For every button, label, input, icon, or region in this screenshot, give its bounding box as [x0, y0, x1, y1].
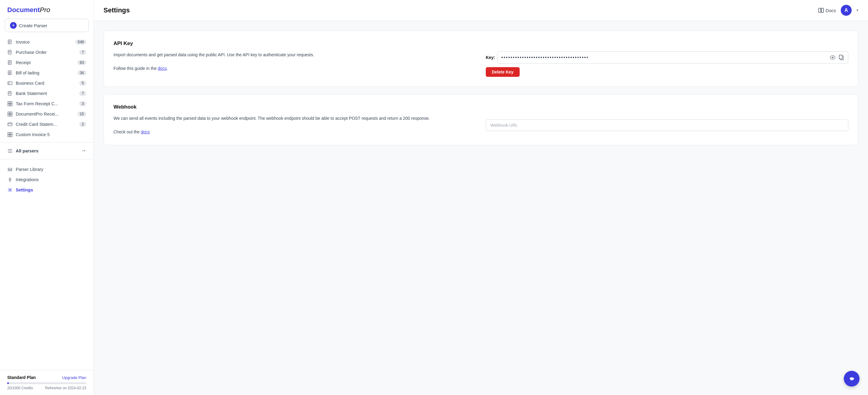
credits-used: 20/1000 Credits	[7, 386, 33, 390]
svg-point-43	[10, 179, 10, 180]
main-content: Settings Docs A ▾ API Key Import documen…	[94, 0, 868, 395]
bottom-nav: Parser Library Integrations Settings	[0, 164, 94, 195]
sidebar-footer: Standard Plan Upgrade Plan 20/1000 Credi…	[0, 370, 94, 395]
tax-form-label: Tax Form Receipt C...	[16, 101, 76, 106]
custom-invoice-label: Custom Invoice 5	[16, 132, 86, 137]
svg-point-44	[9, 189, 11, 191]
svg-rect-22	[10, 102, 12, 103]
document-icon	[7, 60, 13, 65]
sidebar-item-documentpro[interactable]: DocumentPro Recei... 15	[0, 109, 94, 119]
api-key-right: Key: •••••••••••••••••••••••••••••••••••…	[486, 52, 848, 77]
divider	[0, 142, 94, 142]
svg-rect-23	[8, 104, 10, 106]
webhook-desc-text: We can send all events including the par…	[114, 115, 476, 122]
delete-key-button[interactable]: Delete Key	[486, 67, 520, 77]
api-key-docs-link[interactable]: docs	[158, 66, 167, 71]
svg-rect-34	[10, 135, 12, 137]
settings-label: Settings	[16, 188, 86, 192]
card-icon	[7, 122, 13, 127]
credits-bar-fill	[7, 382, 9, 384]
create-parser-button[interactable]: + Create Parser	[5, 19, 89, 32]
api-key-card: API Key Import documents and get parsed …	[103, 31, 858, 87]
invoice-badge: 549	[75, 40, 86, 44]
topbar: Settings Docs A ▾	[94, 0, 868, 21]
topbar-right: Docs A ▾	[818, 5, 858, 16]
svg-rect-25	[8, 112, 10, 114]
docs-button[interactable]: Docs	[818, 8, 836, 13]
svg-rect-15	[8, 82, 12, 85]
webhook-url-input[interactable]	[486, 120, 848, 131]
logo-text-document: Document	[7, 6, 40, 13]
webhook-layout: We can send all events including the par…	[114, 115, 848, 135]
card-icon	[7, 81, 13, 86]
svg-rect-50	[839, 55, 842, 59]
copy-key-button[interactable]	[838, 54, 844, 61]
grid-icon	[7, 132, 13, 137]
upgrade-plan-link[interactable]: Upgrade Plan	[62, 375, 87, 380]
logo-text-pro: Pro	[40, 6, 50, 13]
svg-rect-24	[10, 104, 12, 106]
api-key-guide-text: Follow this guide in the docs.	[114, 65, 476, 72]
eye-icon	[830, 55, 835, 60]
documentpro-badge: 15	[78, 111, 86, 117]
all-parsers-link[interactable]: All parsers →	[0, 145, 94, 157]
sidebar-item-invoice[interactable]: Invoice 549	[0, 37, 94, 47]
sidebar-item-settings[interactable]: Settings	[0, 185, 94, 195]
rocket-icon	[7, 177, 13, 182]
sidebar-item-bill-of-lading[interactable]: Bill of lading 34	[0, 68, 94, 78]
receipt-badge: 63	[78, 60, 86, 65]
key-actions	[829, 54, 844, 61]
svg-rect-28	[10, 114, 12, 116]
webhook-docs-link[interactable]: docs	[141, 129, 150, 134]
user-avatar[interactable]: A	[841, 5, 851, 16]
sidebar-item-receipt[interactable]: Receipt 63	[0, 58, 94, 68]
refresh-text: Refreshes on 2024-02-23	[45, 386, 86, 390]
api-key-layout: Import documents and get parsed data usi…	[114, 52, 848, 77]
key-value-container: ••••••••••••••••••••••••••••••••••••••	[497, 52, 848, 64]
credit-card-badge: 2	[79, 122, 86, 127]
page-title: Settings	[103, 6, 130, 14]
webhook-guide-text: Check out the docs	[114, 129, 476, 135]
grid-icon	[7, 111, 13, 117]
api-key-desc: Import documents and get parsed data usi…	[114, 52, 476, 77]
svg-rect-21	[8, 102, 10, 103]
integrations-label: Integrations	[16, 177, 86, 182]
invoice-label: Invoice	[16, 40, 72, 44]
bank-statement-badge: 7	[79, 91, 86, 96]
arrow-right-icon: →	[81, 147, 86, 154]
dropdown-arrow-icon[interactable]: ▾	[857, 8, 858, 12]
bars-icon	[7, 149, 13, 153]
bank-statement-label: Bank Statement	[16, 91, 76, 96]
purchase-order-badge: 7	[79, 50, 86, 55]
sidebar-item-parser-library[interactable]: Parser Library	[0, 164, 94, 174]
webhook-right	[486, 115, 848, 135]
svg-rect-32	[10, 132, 12, 134]
tax-form-badge: 3	[79, 101, 86, 106]
key-value: ••••••••••••••••••••••••••••••••••••••	[501, 55, 589, 60]
business-card-badge: 5	[79, 81, 86, 86]
sidebar-item-bank-statement[interactable]: Bank Statement 7	[0, 88, 94, 99]
bill-of-lading-label: Bill of lading	[16, 70, 74, 75]
toggle-key-visibility-button[interactable]	[829, 54, 836, 61]
sidebar-item-integrations[interactable]: Integrations	[0, 174, 94, 185]
receipt-label: Receipt	[16, 60, 74, 65]
settings-content: API Key Import documents and get parsed …	[94, 21, 868, 155]
svg-rect-46	[822, 8, 824, 12]
svg-rect-45	[819, 8, 821, 12]
chat-icon	[848, 375, 856, 383]
all-parsers-label: All parsers	[16, 149, 38, 153]
sidebar-item-purchase-order[interactable]: Purchase Order 7	[0, 47, 94, 58]
docs-label: Docs	[826, 8, 836, 13]
chat-bubble-button[interactable]	[844, 371, 860, 387]
business-card-label: Business Card	[16, 81, 76, 86]
credits-meta: 20/1000 Credits Refreshes on 2024-02-23	[7, 386, 86, 390]
credit-card-label: Credit Card Statem...	[16, 122, 76, 127]
sidebar-item-custom-invoice[interactable]: Custom Invoice 5	[0, 129, 94, 140]
document-icon	[7, 50, 13, 55]
svg-rect-31	[8, 132, 10, 134]
sidebar-item-credit-card[interactable]: Credit Card Statem... 2	[0, 119, 94, 129]
svg-rect-29	[8, 123, 12, 126]
sidebar-item-tax-form[interactable]: Tax Form Receipt C... 3	[0, 99, 94, 109]
sidebar-item-business-card[interactable]: Business Card 5	[0, 78, 94, 88]
grid-icon	[7, 101, 13, 106]
